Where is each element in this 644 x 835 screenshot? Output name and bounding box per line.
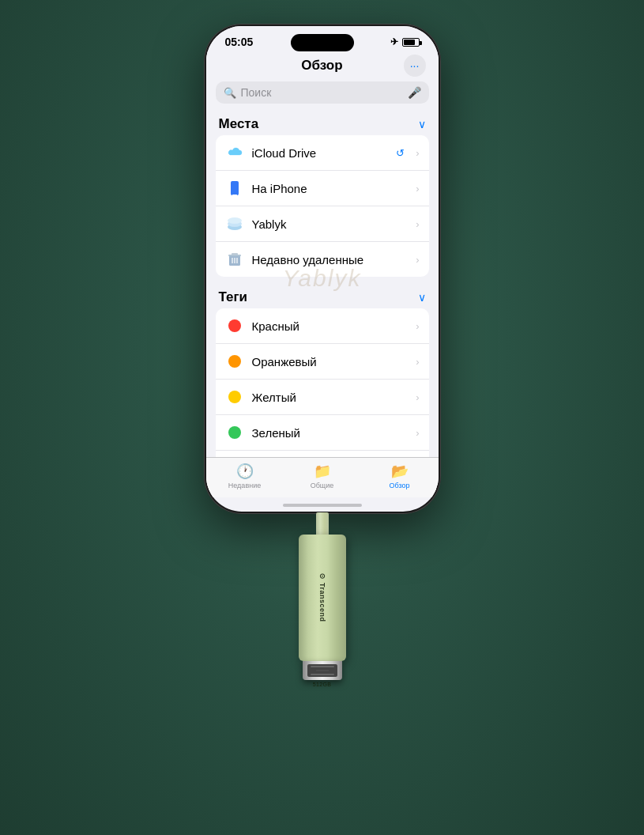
tags-chevron-icon[interactable]: ∨ [418, 291, 426, 304]
yablyk-drive-icon [225, 214, 244, 233]
iphone-icon [225, 179, 244, 198]
orange-label: Оранжевый [252, 355, 405, 368]
battery-icon [402, 38, 420, 47]
icloud-label: iCloud Drive [252, 146, 389, 160]
tags-section-header: Теги ∨ [206, 283, 439, 308]
yellow-chevron-icon: › [416, 391, 419, 403]
orange-chevron-icon: › [416, 356, 419, 368]
usb-size-label: 512GB [313, 682, 331, 687]
orange-tag-icon [225, 352, 244, 371]
yellow-label: Желтый [252, 391, 405, 404]
home-indicator [283, 504, 362, 507]
green-tag-icon [225, 423, 244, 442]
nav-action-button[interactable]: ··· [404, 55, 426, 77]
list-item[interactable]: Yablyk › [216, 206, 429, 242]
shared-tab-label: Общие [311, 482, 334, 489]
usb-lightning-connector [316, 512, 329, 535]
trash-chevron-icon: › [416, 254, 419, 266]
recent-tab-icon: 🕐 [236, 463, 254, 480]
status-icons: ✈ [390, 36, 420, 47]
list-item[interactable]: Красный › [216, 308, 429, 344]
tab-shared[interactable]: 📁 Общие [284, 463, 361, 489]
usb-body: ⊙ Transcend [299, 535, 346, 661]
usb-connector-inner [307, 664, 337, 677]
nav-title: Обзор [241, 58, 404, 74]
svg-rect-0 [231, 181, 239, 195]
list-item[interactable]: iCloud Drive ↺ › [216, 135, 429, 171]
status-time: 05:05 [225, 36, 254, 48]
icloud-icon [225, 143, 244, 162]
red-label: Красный [252, 319, 405, 333]
tags-list: Красный › Оранжевый › [216, 308, 429, 457]
yellow-tag-icon [225, 387, 244, 406]
browse-tab-icon: 📂 [391, 463, 409, 480]
red-tag-icon [225, 316, 244, 335]
tab-browse[interactable]: 📂 Обзор [361, 463, 439, 489]
yablyk-chevron-icon: › [416, 218, 419, 230]
scroll-content: Места ∨ iClo [206, 110, 439, 457]
tab-recent[interactable]: 🕐 Недавние [206, 463, 284, 489]
browse-tab-label: Обзор [390, 482, 410, 489]
usb-usb-connector [303, 661, 342, 680]
green-chevron-icon: › [416, 427, 419, 439]
icloud-chevron-icon: › [416, 147, 419, 159]
search-icon: 🔍 [224, 87, 236, 99]
recent-tab-label: Недавние [228, 482, 261, 489]
shared-tab-icon: 📁 [314, 463, 331, 480]
phone-screen: 05:05 ✈ Обзор ··· [206, 26, 439, 512]
phone-wrapper: 05:05 ✈ Обзор ··· [204, 24, 441, 687]
usb-brand-label: ⊙ Transcend [318, 573, 326, 622]
phone-body: 05:05 ✈ Обзор ··· [204, 24, 441, 514]
tab-bar: 🕐 Недавние 📁 Общие 📂 Обзор [206, 457, 439, 497]
svg-point-4 [228, 217, 242, 224]
green-label: Зеленый [252, 426, 405, 440]
search-bar[interactable]: 🔍 Поиск 🎤 [216, 81, 429, 104]
list-item[interactable]: Желтый › [216, 380, 429, 415]
nav-bar: Обзор ··· [206, 51, 439, 81]
list-item[interactable]: Оранжевый › [216, 344, 429, 380]
dynamic-island [291, 34, 354, 51]
mic-icon[interactable]: 🎤 [408, 86, 421, 99]
red-chevron-icon: › [416, 320, 419, 332]
sync-icon: ↺ [396, 147, 405, 159]
places-section-header: Места ∨ [206, 110, 439, 135]
trash-label: Недавно удаленные [252, 253, 405, 266]
list-item[interactable]: Синий › [216, 451, 429, 457]
search-placeholder: Поиск [241, 86, 403, 99]
places-title: Места [219, 116, 259, 132]
places-list: iCloud Drive ↺ › На iPhone [216, 135, 429, 277]
svg-rect-1 [232, 195, 237, 195]
trash-icon [225, 250, 244, 269]
list-item[interactable]: Недавно удаленные › [216, 242, 429, 277]
app-content: Обзор ··· 🔍 Поиск 🎤 Места ∨ [206, 51, 439, 497]
usb-drive: ⊙ Transcend 512GB [297, 512, 348, 687]
yablyk-label: Yablyk [252, 217, 405, 231]
airplane-icon: ✈ [390, 36, 398, 47]
svg-rect-7 [228, 255, 241, 256]
iphone-label: На iPhone [252, 182, 405, 195]
places-chevron-icon[interactable]: ∨ [418, 118, 426, 130]
iphone-chevron-icon: › [416, 183, 419, 195]
tags-title: Теги [219, 289, 248, 305]
list-item[interactable]: На iPhone › [216, 171, 429, 206]
list-item[interactable]: Зеленый › [216, 415, 429, 451]
